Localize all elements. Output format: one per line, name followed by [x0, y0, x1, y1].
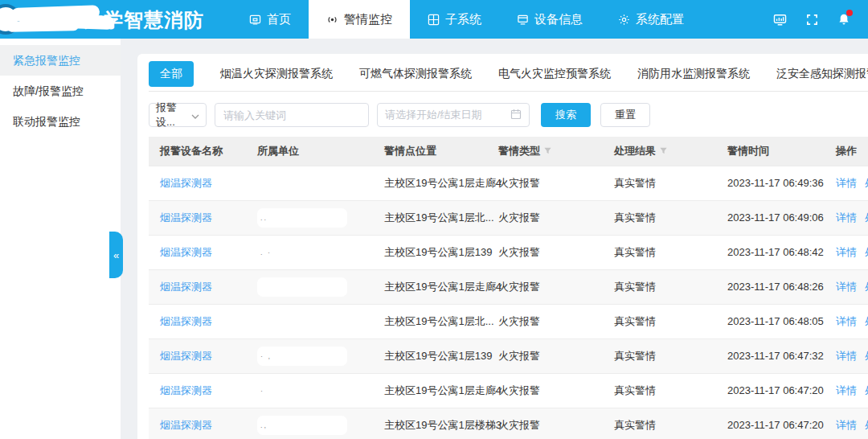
table-row: 烟温探测器·主校区19号公寓1层走廊4火灾报警真实警情2023-11-17 06…: [149, 373, 868, 408]
nav-item-label: 设备信息: [534, 12, 583, 27]
dashboard-icon[interactable]: [773, 14, 787, 26]
sidebar-item-label: 故障/报警监控: [13, 84, 84, 97]
detail-link[interactable]: 详情: [836, 211, 857, 224]
device-info-icon: [517, 14, 529, 26]
app-brand: 大学智慧消防: [0, 0, 231, 39]
nav-item-1[interactable]: 警情监控: [309, 0, 410, 39]
time-cell: 2023-11-17 06:47:32: [727, 338, 836, 373]
col-header-6: 操作: [836, 137, 868, 166]
filter-bar: 报警设... 请选择开始/结束日期 搜索 重置: [149, 103, 868, 127]
nav-item-4[interactable]: 系统配置: [600, 0, 702, 39]
tab-3[interactable]: 电气火灾监控预警系统: [498, 67, 611, 81]
handle-link[interactable]: 处理: [865, 384, 868, 396]
type-cell: 火灾报警: [498, 269, 614, 304]
tab-4[interactable]: 消防用水监测报警系统: [637, 67, 750, 81]
result-cell: 真实警情: [614, 269, 727, 304]
col-header-0: 报警设备名称: [149, 137, 257, 166]
nav-item-3[interactable]: 设备信息: [499, 0, 600, 39]
nav-item-2[interactable]: 子系统: [410, 0, 499, 39]
type-cell: 火灾报警: [498, 373, 614, 408]
redacted-unit: .,: [257, 416, 347, 435]
redaction-scribble: [6, 20, 79, 32]
tab-5[interactable]: 泛安全感知探测报警系统: [776, 67, 868, 81]
detail-link[interactable]: 详情: [836, 281, 857, 293]
location-cell: 主校区19号公寓1层走廊4: [384, 269, 498, 304]
detail-link[interactable]: 详情: [836, 246, 857, 258]
location-cell: 主校区19号公寓1层北...: [384, 304, 498, 338]
tab-2[interactable]: 可燃气体探测报警系统: [359, 67, 472, 81]
sidebar-item-0[interactable]: 紧急报警监控: [0, 45, 121, 76]
filter-icon[interactable]: [659, 146, 668, 158]
filter-icon[interactable]: [543, 146, 552, 158]
main-nav: 首页警情监控子系统设备信息系统配置: [231, 0, 702, 39]
fullscreen-icon[interactable]: [806, 14, 818, 26]
detail-link[interactable]: 详情: [836, 384, 857, 396]
detail-link[interactable]: 详情: [836, 315, 857, 327]
detail-link[interactable]: 详情: [836, 419, 857, 431]
select-value: 报警设...: [156, 101, 191, 129]
handle-link[interactable]: 处理: [865, 419, 868, 431]
table-row: 烟温探测器.,主校区19号公寓1层楼梯3火灾报警真实警情2023-11-17 0…: [149, 408, 868, 439]
time-cell: 2023-11-17 06:49:36: [727, 166, 836, 200]
sidebar-item-2[interactable]: 联动报警监控: [0, 106, 121, 137]
device-type-select[interactable]: 报警设...: [149, 103, 207, 127]
table-row: 烟温探测器主校区19号公寓1层走廊4火灾报警真实警情2023-11-17 06:…: [149, 269, 868, 304]
col-header-1: 所属单位: [257, 137, 384, 166]
detail-link[interactable]: 详情: [836, 177, 857, 189]
device-link[interactable]: 烟温探测器: [160, 419, 212, 431]
reset-button[interactable]: 重置: [600, 103, 650, 127]
col-header-2: 警情点位置: [384, 137, 498, 166]
keyword-input[interactable]: [215, 103, 369, 127]
chevron-down-icon: [191, 109, 199, 121]
sidebar-item-label: 联动报警监控: [13, 115, 80, 128]
col-header-3: 警情类型: [498, 137, 614, 166]
table-row: 烟温探测器..主校区19号公寓1层北...火灾报警真实警情2023-11-17 …: [149, 200, 868, 235]
result-cell: 真实警情: [614, 373, 727, 408]
nav-item-0[interactable]: 首页: [231, 0, 309, 39]
handle-link[interactable]: 处理: [865, 281, 868, 293]
handle-link[interactable]: 处理: [865, 315, 868, 327]
nav-item-label: 系统配置: [636, 12, 684, 27]
location-cell: 主校区19号公寓1层北...: [384, 200, 498, 235]
sidebar-collapse-handle[interactable]: «: [109, 232, 123, 278]
type-cell: 火灾报警: [498, 338, 614, 373]
type-cell: 火灾报警: [498, 408, 614, 439]
device-link[interactable]: 烟温探测器: [160, 281, 212, 293]
detail-link[interactable]: 详情: [836, 350, 857, 362]
result-cell: 真实警情: [614, 304, 727, 338]
bell-icon[interactable]: [837, 13, 850, 26]
handle-link[interactable]: 处理: [865, 211, 868, 224]
top-navbar: 大学智慧消防 首页警情监控子系统设备信息系统配置: [0, 0, 868, 39]
collapse-chevron-icon: «: [113, 249, 119, 261]
page-body: 紧急报警监控故障/报警监控联动报警监控 « 全部烟温火灾探测报警系统可燃气体探测…: [0, 39, 868, 439]
location-cell: 主校区19号公寓1层楼梯3: [384, 408, 498, 439]
result-cell: 真实警情: [614, 235, 727, 269]
handle-link[interactable]: 处理: [865, 177, 868, 189]
device-link[interactable]: 烟温探测器: [160, 315, 212, 327]
system-config-icon: [618, 14, 630, 26]
tab-0[interactable]: 全部: [149, 61, 194, 87]
tab-1[interactable]: 烟温火灾探测报警系统: [220, 67, 333, 81]
device-link[interactable]: 烟温探测器: [160, 211, 212, 224]
type-cell: 火灾报警: [498, 235, 614, 269]
device-link[interactable]: 烟温探测器: [160, 246, 212, 258]
sidebar-item-1[interactable]: 故障/报警监控: [0, 76, 121, 106]
handle-link[interactable]: 处理: [865, 246, 868, 258]
time-cell: 2023-11-17 06:48:42: [727, 235, 836, 269]
nav-item-label: 首页: [267, 12, 291, 27]
device-link[interactable]: 烟温探测器: [160, 350, 212, 362]
location-cell: 主校区19号公寓1层139: [384, 235, 498, 269]
table-row: 烟温探测器主校区19号公寓1层北...火灾报警真实警情2023-11-17 06…: [149, 304, 868, 338]
redacted-unit: [257, 277, 347, 297]
device-link[interactable]: 烟温探测器: [160, 177, 212, 189]
device-link[interactable]: 烟温探测器: [160, 384, 212, 396]
search-button[interactable]: 搜索: [541, 103, 591, 127]
col-header-5: 警情时间: [727, 137, 836, 166]
time-cell: 2023-11-17 06:48:05: [727, 304, 836, 338]
result-cell: 真实警情: [614, 408, 727, 439]
redacted-unit: ..: [257, 208, 347, 228]
date-range-picker[interactable]: 请选择开始/结束日期: [377, 103, 530, 127]
table-row: 烟温探测器. ·主校区19号公寓1层139火灾报警真实警情2023-11-17 …: [149, 235, 868, 269]
handle-link[interactable]: 处理: [865, 350, 868, 362]
subsystem-icon: [428, 14, 440, 26]
